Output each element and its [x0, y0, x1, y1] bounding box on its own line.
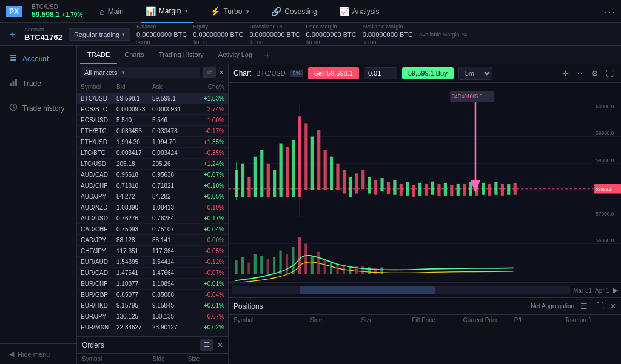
market-row[interactable]: EUR/AUD 1.54395 1.54414 -0.12% — [77, 257, 228, 268]
change-cell: -0.07% — [188, 313, 224, 320]
svg-rect-39 — [324, 150, 327, 190]
svg-rect-54 — [418, 183, 421, 196]
timeframe-selector[interactable]: 5m1m15m1h4h1d — [458, 67, 492, 80]
timeline-expand-button[interactable]: ▶ — [613, 286, 618, 294]
orders-title: Orders — [82, 341, 196, 349]
market-row[interactable]: EUR/CAD 1.47641 1.47664 -0.07% — [77, 268, 228, 279]
nav-margin[interactable]: 📊 Margin ▾ — [141, 0, 193, 23]
chart-tool-crosshair[interactable]: ✛ — [560, 68, 571, 79]
symbol-cell: EUR/AUD — [81, 259, 116, 265]
price-input[interactable] — [364, 67, 397, 79]
svg-text:56000.0: 56000.0 — [596, 237, 614, 243]
hide-menu-arrow-icon: ◀ — [9, 350, 14, 358]
market-row[interactable]: AUD/USD 0.76276 0.76284 +0.17% — [77, 213, 228, 224]
market-row[interactable]: CAD/CHF 0.75093 0.75107 +0.04% — [77, 224, 228, 235]
nav-items: ⌂ Main 📊 Margin ▾ ⚡ Turbo ▾ 🔗 Covesting … — [95, 0, 604, 23]
chart-svg: 60000.0 59900.0 59000.0 58000.0 57000.0 … — [229, 83, 621, 297]
market-filter-dropdown[interactable]: All markets ▾ — [81, 67, 200, 78]
market-row[interactable]: CAD/JPY 88.128 88.141 0.00% — [77, 235, 228, 246]
available-margin-stat: Available Margin 0.00000000 BTC $0.00 — [363, 24, 413, 45]
add-account-button[interactable]: + — [6, 29, 18, 40]
change-cell: +0.02% — [188, 324, 224, 331]
sidebar-item-trade[interactable]: Trade — [0, 71, 76, 96]
trading-type-selector[interactable]: Regular trading ▾ — [69, 28, 130, 41]
ask-cell: 5.546 — [152, 117, 188, 124]
available-margin-pct-stat: Available Margin, % — [419, 31, 467, 38]
timeline-bar: Mar 31 Apr 1 ▶ — [229, 282, 621, 297]
svg-rect-90 — [361, 266, 364, 274]
ask-cell: 1,994.70 — [152, 139, 188, 145]
sell-button[interactable]: Sell 59,598.1 — [308, 67, 359, 79]
market-row[interactable]: ETH/USD 1,994.30 1,994.70 +1.35% — [77, 137, 228, 148]
market-row[interactable]: EOS/BTC 0.0000923 0.0000931 -2.74% — [77, 104, 228, 115]
market-icon-btn[interactable]: ☆ — [203, 67, 216, 78]
balance-stat: Balance 0.00000000 BTC $0.00 — [136, 24, 187, 45]
account-label: Account — [24, 27, 62, 33]
market-row[interactable]: LTC/BTC 0.003417 0.003424 -0.35% — [77, 148, 228, 159]
buy-button[interactable]: 59,599.1 Buy — [402, 67, 454, 79]
content-area: TRADE Charts Trading History Activity Lo… — [77, 46, 621, 364]
tab-trade[interactable]: TRADE — [80, 46, 117, 64]
tab-charts[interactable]: Charts — [117, 46, 151, 64]
chart-tool-fullscreen[interactable]: ⛶ — [603, 68, 616, 79]
market-row[interactable]: EOS/USD 5.540 5.546 -1.00% — [77, 115, 228, 126]
nav-analysis[interactable]: 📈 Analysis — [334, 0, 384, 23]
svg-rect-85 — [330, 262, 332, 274]
trade-icon — [9, 78, 18, 88]
market-row[interactable]: AUD/NZD 1.08390 1.08413 -0.10% — [77, 202, 228, 213]
symbol-cell: AUD/NZD — [81, 204, 116, 211]
market-row[interactable]: EUR/HKD 9.15795 9.15845 +0.01% — [77, 300, 228, 311]
change-cell: +0.01% — [188, 302, 224, 309]
svg-rect-65 — [488, 184, 491, 196]
market-row[interactable]: AUD/CAD 0.95618 0.95638 +0.07% — [77, 170, 228, 180]
positions-expand-button[interactable]: ⛶ — [594, 300, 606, 312]
nav-main[interactable]: ⌂ Main — [95, 0, 128, 23]
market-row[interactable]: BTC/USD 59,598.1 59,599.1 +1.53% — [77, 93, 228, 104]
svg-rect-52 — [406, 182, 409, 196]
market-row[interactable]: EUR/MXN 22.84627 23.90127 +0.02% — [77, 322, 228, 333]
market-row[interactable]: ETH/BTC 0.033456 0.033478 -0.17% — [77, 126, 228, 137]
svg-rect-28 — [260, 150, 263, 197]
market-close-button[interactable]: ✕ — [218, 68, 224, 77]
logo-px: PX — [6, 6, 22, 17]
turbo-icon: ⚡ — [210, 7, 220, 16]
positions-close-button[interactable]: ✕ — [610, 302, 616, 311]
market-row[interactable]: LTC/USD 205.18 205.26 +1.24% — [77, 159, 228, 170]
svg-rect-46 — [368, 177, 371, 194]
svg-rect-29 — [267, 164, 270, 197]
svg-rect-32 — [286, 147, 289, 197]
nav-more[interactable]: ⋯ — [604, 5, 615, 18]
orders-icon-btn[interactable]: ☰ — [200, 339, 213, 351]
tab-trading-history[interactable]: Trading History — [152, 46, 211, 64]
tab-activity-log[interactable]: Activity Log — [211, 46, 260, 64]
bid-cell: 117.351 — [116, 248, 152, 254]
nav-turbo[interactable]: ⚡ Turbo ▾ — [205, 0, 254, 23]
orders-close-button[interactable]: ✕ — [217, 341, 223, 349]
positions-settings-button[interactable]: ☰ — [578, 300, 590, 312]
change-cell: -0.10% — [188, 204, 224, 211]
chart-tool-settings[interactable]: ⚙ — [589, 68, 601, 79]
svg-text:59900.0: 59900.0 — [596, 130, 614, 136]
hide-menu-button[interactable]: ◀ Hide menu — [0, 343, 76, 364]
ask-cell: 117.364 — [152, 248, 188, 254]
sidebar-item-account[interactable]: Account — [0, 46, 76, 71]
sidebar-account-label: Account — [22, 55, 49, 63]
market-row[interactable]: EUR/CHF 1.10877 1.10894 +0.01% — [77, 279, 228, 290]
market-row[interactable]: EUR/GBP 0.85077 0.85088 -0.04% — [77, 290, 228, 300]
market-row[interactable]: CHF/JPY 117.351 117.364 -0.05% — [77, 246, 228, 257]
market-row[interactable]: AUD/CHF 0.71810 0.71821 +0.10% — [77, 180, 228, 191]
symbol-cell: AUD/CHF — [81, 182, 116, 189]
market-row[interactable]: AUD/JPY 84.272 84.282 +0.05% — [77, 191, 228, 202]
bid-cell: 0.75093 — [116, 226, 152, 233]
change-cell: -0.04% — [188, 291, 224, 298]
chart-title: Chart — [233, 69, 251, 78]
bid-cell: 0.0000923 — [116, 106, 152, 113]
positions-section: Positions Net Aggregation ☰ ⛶ ✕ Symbol S… — [229, 297, 621, 364]
add-tab-button[interactable]: + — [260, 50, 275, 61]
account-icon — [9, 53, 18, 64]
sidebar-item-trade-history[interactable]: Trade history — [0, 96, 76, 121]
market-row[interactable]: EUR/JPY 130.125 130.135 -0.07% — [77, 311, 228, 322]
nav-covesting[interactable]: 🔗 Covesting — [266, 0, 321, 23]
chart-tool-indicator[interactable]: 〰 — [574, 68, 586, 79]
symbol-cell: EUR/CAD — [81, 270, 116, 276]
